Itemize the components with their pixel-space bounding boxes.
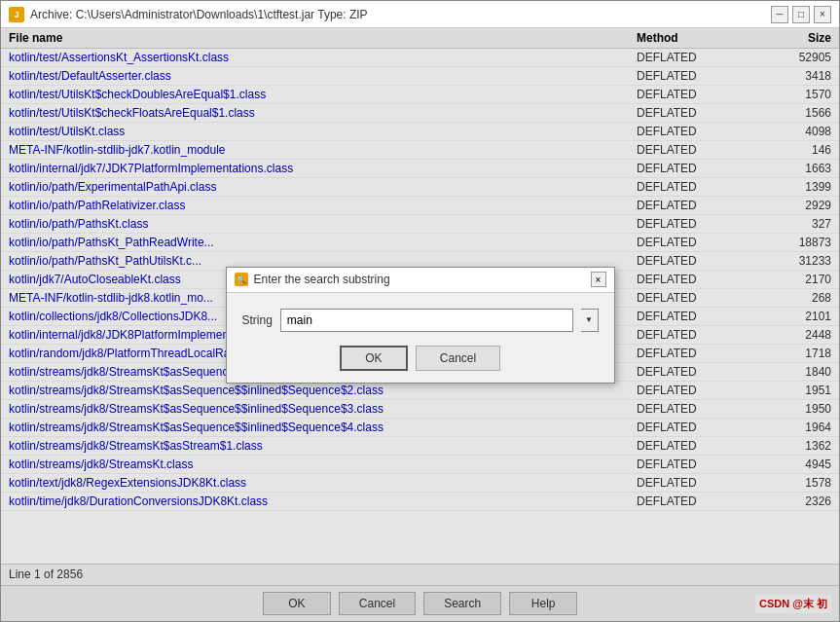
dialog-icon: 🔍: [235, 273, 248, 286]
minimize-button[interactable]: ─: [771, 6, 788, 23]
window-title: Archive: C:\Users\Administrator\Download…: [30, 8, 368, 21]
title-bar: J Archive: C:\Users\Administrator\Downlo…: [1, 1, 839, 28]
dropdown-arrow-icon[interactable]: ▼: [581, 309, 599, 332]
title-bar-left: J Archive: C:\Users\Administrator\Downlo…: [9, 7, 368, 22]
dialog-body: String ▼ OK Cancel: [227, 293, 614, 383]
dialog-input-row: String ▼: [242, 309, 599, 332]
app-icon: J: [9, 7, 24, 22]
dialog-title-left: 🔍 Enter the search substring: [235, 273, 390, 286]
maximize-button[interactable]: □: [792, 6, 810, 23]
dialog-ok-button[interactable]: OK: [340, 346, 408, 371]
dialog-title-bar: 🔍 Enter the search substring ×: [227, 268, 614, 293]
dialog-close-button[interactable]: ×: [591, 272, 606, 287]
main-window: J Archive: C:\Users\Administrator\Downlo…: [0, 0, 840, 622]
dialog-overlay: 🔍 Enter the search substring × String ▼ …: [1, 28, 839, 621]
search-dialog: 🔍 Enter the search substring × String ▼ …: [226, 267, 615, 384]
dialog-cancel-button[interactable]: Cancel: [416, 346, 500, 371]
close-button[interactable]: ×: [814, 6, 831, 23]
main-content: File name Method Size kotlin/test/Assert…: [1, 28, 839, 621]
title-controls: ─ □ ×: [771, 6, 831, 23]
dialog-title-text: Enter the search substring: [254, 273, 390, 286]
dialog-input-label: String: [242, 313, 273, 327]
search-input[interactable]: [280, 309, 573, 332]
dialog-buttons: OK Cancel: [242, 346, 599, 371]
